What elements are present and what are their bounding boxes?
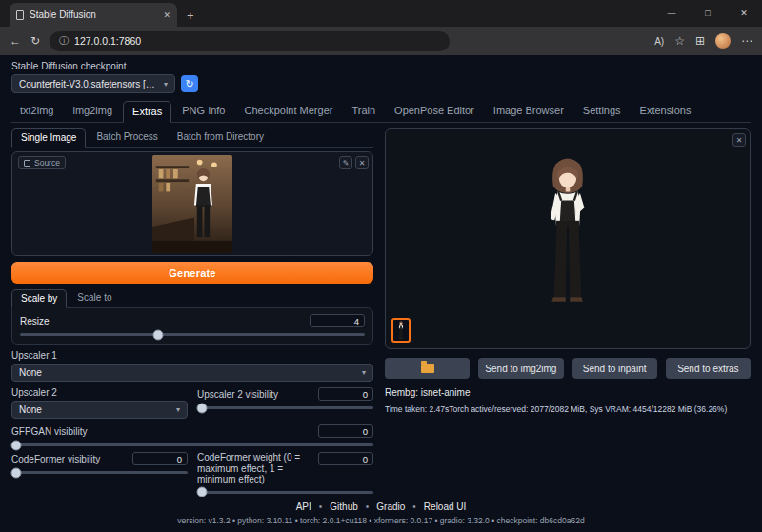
gallery-thumbnail[interactable] <box>391 318 411 343</box>
checkpoint-value: Counterfeit-V3.0.safetensors [db6cd0a62d… <box>19 79 158 89</box>
codeformer-visibility-label: CodeFormer visibility <box>11 454 100 464</box>
upscaler1-dropdown[interactable]: None ▾ <box>11 364 373 382</box>
more-menu-icon[interactable]: ⋯ <box>741 34 752 48</box>
clear-image-icon[interactable]: ✕ <box>355 156 369 169</box>
browser-tab[interactable]: Stable Diffusion ✕ <box>10 3 177 27</box>
refresh-checkpoint-button[interactable]: ↻ <box>181 75 198 92</box>
codeformer-weight-input[interactable]: 0 <box>318 452 373 465</box>
output-image-panel: ✕ <box>385 128 751 349</box>
upscaler2-visibility-handle[interactable] <box>197 403 208 413</box>
codeformer-visibility-slider[interactable] <box>11 471 188 474</box>
subtab-scale-to[interactable]: Scale to <box>69 289 120 307</box>
tab-openpose-editor[interactable]: OpenPose Editor <box>386 101 483 122</box>
footer-separator: • <box>319 502 323 512</box>
profile-avatar[interactable] <box>715 33 731 49</box>
output-image[interactable] <box>531 148 604 322</box>
browser-navbar: ← ↻ ⓘ 127.0.0.1:7860 A) ☆ ⊞ ⋯ <box>0 27 762 55</box>
upscaler2-visibility-input[interactable]: 0 <box>318 387 373 401</box>
tab-img2img[interactable]: img2img <box>64 101 121 122</box>
tab-checkpoint-merger[interactable]: Checkpoint Merger <box>235 101 341 122</box>
generate-button[interactable]: Generate <box>11 262 373 284</box>
tab-image-browser[interactable]: Image Browser <box>485 101 572 122</box>
input-column: Single Image Batch Process Batch from Di… <box>11 128 373 531</box>
send-to-inpaint-button[interactable]: Send to inpaint <box>572 358 657 379</box>
open-folder-button[interactable] <box>385 358 470 379</box>
codeformer-visibility-input[interactable]: 0 <box>132 452 188 465</box>
upscaler2-visibility-slider[interactable] <box>197 406 373 409</box>
address-bar[interactable]: ⓘ 127.0.0.1:7860 <box>50 31 450 51</box>
footer-link-api[interactable]: API <box>296 502 311 512</box>
send-to-img2img-button[interactable]: Send to img2img <box>478 358 563 379</box>
codeformer-weight-handle[interactable] <box>197 487 208 498</box>
subtab-batch-process[interactable]: Batch Process <box>88 128 166 147</box>
scale-tabs: Scale by Scale to <box>11 289 373 307</box>
resize-slider[interactable] <box>20 333 365 336</box>
resize-value-input[interactable]: 4 <box>310 314 365 327</box>
window-controls: — □ ✕ <box>653 0 762 27</box>
gfpgan-visibility-slider[interactable] <box>11 443 373 446</box>
upscaler1-value: None <box>19 367 42 378</box>
subtab-single-image[interactable]: Single Image <box>11 128 86 148</box>
tab-train[interactable]: Train <box>343 101 384 122</box>
extras-sub-tabs: Single Image Batch Process Batch from Di… <box>11 128 373 148</box>
source-chip: Source <box>18 156 66 169</box>
codeformer-weight-slider[interactable] <box>197 491 373 494</box>
tab-close-icon[interactable]: ✕ <box>163 10 170 20</box>
edit-image-icon[interactable]: ✎ <box>339 156 352 169</box>
scale-by-panel: Resize 4 <box>11 307 373 345</box>
source-image <box>152 155 232 253</box>
upscaler2-value: None <box>19 404 42 415</box>
checkpoint-label: Stable Diffusion checkpoint <box>11 61 751 71</box>
close-output-icon[interactable]: ✕ <box>732 133 746 147</box>
source-label: Source <box>34 158 60 167</box>
favorites-icon[interactable]: ☆ <box>674 34 685 48</box>
page-favicon-icon <box>16 10 24 20</box>
footer-separator: • <box>412 502 416 512</box>
gfpgan-visibility-handle[interactable] <box>11 440 22 450</box>
tab-png-info[interactable]: PNG Info <box>173 101 233 122</box>
tab-settings[interactable]: Settings <box>574 101 630 122</box>
upscaler2-visibility-label: Upscaler 2 visibility <box>197 389 278 400</box>
thumbnail-image <box>396 320 406 341</box>
footer-link-reload-ui[interactable]: Reload UI <box>424 502 466 512</box>
page-footer: API • Github • Gradio • Reload UI versio… <box>0 497 762 532</box>
stable-diffusion-page: Stable Diffusion checkpoint Counterfeit-… <box>0 55 762 532</box>
collections-icon[interactable]: ⊞ <box>695 34 705 48</box>
codeformer-visibility-handle[interactable] <box>11 467 22 478</box>
upscaler1-label: Upscaler 1 <box>11 350 373 361</box>
send-to-extras-button[interactable]: Send to extras <box>666 358 751 379</box>
resize-slider-handle[interactable] <box>152 329 163 340</box>
subtab-batch-from-directory[interactable]: Batch from Directory <box>169 128 272 147</box>
new-tab-button[interactable]: + <box>187 9 194 23</box>
close-button[interactable]: ✕ <box>726 0 762 27</box>
tab-txt2img[interactable]: txt2img <box>11 101 62 122</box>
gfpgan-visibility-input[interactable]: 0 <box>318 424 373 438</box>
upscaler2-dropdown[interactable]: None ▾ <box>11 401 188 419</box>
checkpoint-dropdown[interactable]: Counterfeit-V3.0.safetensors [db6cd0a62d… <box>11 74 175 93</box>
back-icon[interactable]: ← <box>10 34 21 48</box>
footer-link-github[interactable]: Github <box>330 502 357 512</box>
footer-separator: • <box>366 502 370 512</box>
time-taken-text: Time taken: 2.47sTorch active/reserved: … <box>385 404 751 414</box>
folder-icon <box>421 364 434 373</box>
chevron-down-icon: ▾ <box>176 405 180 414</box>
minimize-button[interactable]: — <box>653 0 690 27</box>
site-info-icon[interactable]: ⓘ <box>59 34 69 48</box>
subtab-scale-by[interactable]: Scale by <box>11 289 67 308</box>
output-actions: Send to img2img Send to inpaint Send to … <box>385 358 751 379</box>
output-column: ✕ Send to img2img Send to inpaint Send t… <box>385 128 751 531</box>
tab-extras[interactable]: Extras <box>123 101 171 123</box>
chevron-down-icon: ▾ <box>164 80 168 89</box>
footer-link-gradio[interactable]: Gradio <box>376 502 405 512</box>
refresh-icon: ↻ <box>185 78 193 90</box>
refresh-icon[interactable]: ↻ <box>30 34 40 48</box>
read-aloud-icon[interactable]: A) <box>654 36 664 47</box>
source-image-panel[interactable]: Source ✎ ✕ <box>11 151 373 256</box>
browser-tab-title: Stable Diffusion <box>30 10 157 20</box>
rembg-info-text: Rembg: isnet-anime <box>385 387 751 398</box>
version-info: version: v1.3.2 • python: 3.10.11 • torc… <box>0 516 762 525</box>
tab-extensions[interactable]: Extensions <box>632 101 700 122</box>
browser-titlebar: Stable Diffusion ✕ + — □ ✕ <box>0 0 762 27</box>
upscaler2-label: Upscaler 2 <box>11 387 188 398</box>
maximize-button[interactable]: □ <box>690 0 726 27</box>
